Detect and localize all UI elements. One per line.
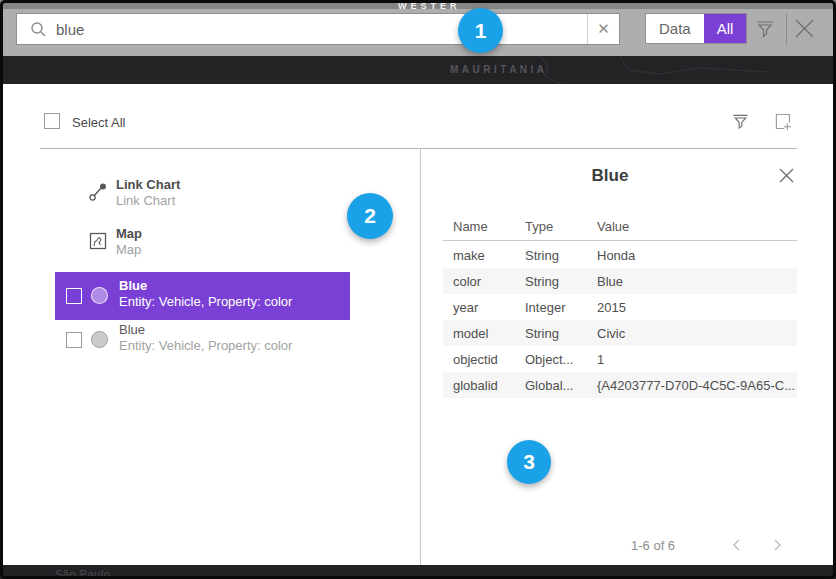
search-input[interactable] [47,21,587,38]
cell-name: color [453,274,481,289]
table-row: objectid Object... 1 [443,346,797,372]
scope-option-data[interactable]: Data [646,14,704,43]
map-background-top: WESTER [0,0,836,9]
select-all-label: Select All [72,115,125,130]
cell-value: Civic [597,326,625,341]
app-window: WESTER ✕ Data All MAURITANIA Select [0,0,836,579]
list-item-blue-selected[interactable]: Blue Entity: Vehicle, Property: color [55,272,350,320]
cell-type: String [525,326,559,341]
list-item-blue[interactable]: Blue Entity: Vehicle, Property: color [55,322,350,362]
close-icon[interactable] [792,16,817,41]
cell-name: make [453,248,485,263]
chevron-left-icon[interactable] [730,538,744,552]
search-clear-icon[interactable]: ✕ [587,14,619,44]
column-header-type: Type [525,219,553,234]
cell-value: Honda [597,248,635,263]
item-checkbox[interactable] [66,332,82,348]
table-header-divider [443,240,797,241]
search-box[interactable]: ✕ [16,13,620,45]
cell-type: Integer [525,300,565,315]
list-item-title: Map [116,226,142,241]
map-label-western: WESTER [398,1,461,9]
search-toolbar: ✕ Data All [0,9,836,56]
map-background-band: MAURITANIA [0,56,836,84]
list-item-title: Blue [119,278,147,293]
search-icon [30,21,47,38]
list-item-subtitle: Entity: Vehicle, Property: color [119,294,292,309]
callout-2: 2 [347,193,393,239]
search-results-dialog: Select All Link Chart Link Chart Map Map [0,84,836,565]
table-row: model String Civic [443,320,797,346]
select-all-row: Select All [0,84,836,148]
detail-table-header: Name Type Value [443,216,797,240]
list-item-title: Blue [119,322,145,337]
filter-icon[interactable] [753,17,777,41]
cell-name: year [453,300,478,315]
pagination-label: 1-6 of 6 [631,538,675,553]
cell-type: Object... [525,352,573,367]
detail-title: Blue [443,166,777,186]
callout-1: 1 [458,8,503,53]
table-row: year Integer 2015 [443,294,797,320]
table-row: make String Honda [443,242,797,268]
cell-name: objectid [453,352,498,367]
cell-value: 2015 [597,300,626,315]
scope-option-all[interactable]: All [704,14,747,43]
add-item-icon[interactable] [772,111,793,132]
header-divider [40,148,797,149]
cell-value: {A4203777-D70D-4C5C-9A65-C... [597,378,795,393]
list-item-subtitle: Link Chart [116,193,175,208]
cell-type: String [525,248,559,263]
cell-type: Global... [525,378,573,393]
toolbar-divider [786,13,787,45]
filter-icon[interactable] [730,111,751,132]
detail-table: make String Honda color String Blue year… [443,242,797,398]
link-chart-icon [88,182,108,202]
list-item-subtitle: Map [116,242,141,257]
detail-close-icon[interactable] [777,166,796,185]
column-header-value: Value [597,219,629,234]
callout-3: 3 [507,440,551,484]
chevron-right-icon[interactable] [770,538,784,552]
map-label-sao-paulo: São Paulo [55,568,110,579]
item-checkbox[interactable] [66,288,82,304]
map-background-bottom: São Paulo [0,565,836,579]
panel-divider [420,149,421,565]
entity-circle-icon [91,287,108,304]
cell-name: model [453,326,488,341]
table-row: color String Blue [443,268,797,294]
select-all-checkbox[interactable] [44,113,60,129]
list-item-subtitle: Entity: Vehicle, Property: color [119,338,292,353]
cell-name: globalid [453,378,498,393]
cell-value: Blue [597,274,623,289]
cell-type: String [525,274,559,289]
list-item-title: Link Chart [116,177,180,192]
table-row: globalid Global... {A4203777-D70D-4C5C-9… [443,372,797,398]
column-header-name: Name [453,219,488,234]
entity-circle-icon [91,331,108,348]
search-scope-toggle: Data All [645,13,747,44]
cell-value: 1 [597,352,604,367]
map-icon [88,231,108,251]
